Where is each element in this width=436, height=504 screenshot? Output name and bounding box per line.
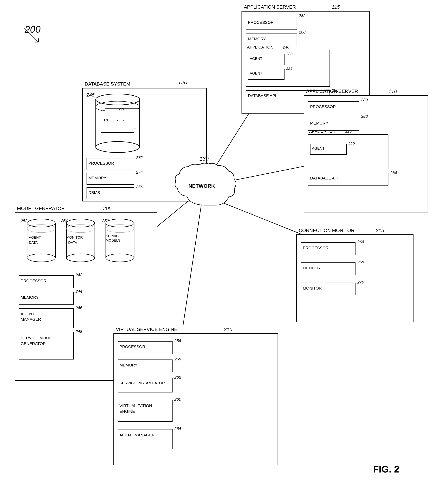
vse210-am-box: AGENT MANAGER	[118, 429, 173, 449]
db120-dbms-box: DBMS	[87, 187, 134, 199]
svg-line-5	[183, 205, 201, 326]
svg-point-12	[96, 141, 140, 153]
app110-memory-box: MEMORY	[308, 118, 359, 131]
connection-monitor-215-box: CONNECTION MONITOR 215 PROCESSOR 266 MEM…	[296, 234, 414, 322]
svg-point-29	[66, 219, 95, 227]
vse210-number: 210	[224, 327, 232, 332]
mg205-memory-box: MEMORY	[19, 292, 74, 305]
mg205-smg-number: 248	[76, 329, 82, 334]
service-models-cylinder: SERVICE MODELS	[105, 217, 138, 264]
app-server-110-box: APPLICATION SERVER 110 PROCESSOR 280 MEM…	[304, 95, 428, 213]
app115-application-label: APPLICATION	[247, 45, 273, 50]
app110-application-number: 235	[345, 129, 352, 134]
vse210-memory-label: MEMORY	[119, 363, 137, 368]
vse210-processor-box: PROCESSOR	[118, 341, 173, 354]
app115-processor-box: PROCESSOR	[246, 17, 297, 30]
cm215-memory-label: MEMORY	[303, 266, 321, 271]
svg-text:MONITOR: MONITOR	[66, 235, 83, 239]
app115-agent230-label: AGENT	[250, 56, 262, 61]
storage-245-number: 245	[87, 92, 94, 98]
svg-text:DATA: DATA	[68, 241, 77, 244]
cm215-memory-number: 268	[357, 260, 364, 264]
app110-processor-label: PROCESSOR	[310, 104, 336, 109]
app110-dbapi-number: 284	[390, 170, 397, 175]
db120-memory-box: MEMORY	[87, 173, 134, 185]
db120-memory-number: 274	[136, 170, 143, 175]
app115-agent225-box: AGENT	[248, 69, 284, 80]
mg205-smg-label: SERVICE MODELGENERATOR	[21, 335, 54, 347]
vse210-ve-number: 260	[174, 397, 181, 402]
database-system-120-number: 120	[178, 79, 187, 85]
app110-dbapi-label: DATABASE API	[310, 176, 338, 181]
app110-processor-number: 280	[361, 98, 368, 102]
app115-processor-label: PROCESSOR	[248, 20, 274, 25]
db120-processor-label: PROCESSOR	[88, 161, 114, 166]
app-server-110-number: 110	[388, 88, 397, 94]
connection-monitor-215-label: CONNECTION MONITOR	[299, 228, 354, 233]
svg-line-6	[24, 28, 38, 42]
agent-data-cylinder: AGENT DATA	[26, 217, 59, 264]
app115-application-outer-box: APPLICATION 240 AGENT 230 AGENT 225	[246, 50, 330, 87]
mg205-agent-manager-label: AGENTMANAGER	[21, 311, 41, 322]
app-server-115-number: 115	[332, 4, 340, 10]
cm215-monitor-box: MONITOR	[301, 283, 355, 295]
app115-memory-number: 288	[299, 30, 306, 35]
app115-memory-box: MEMORY	[246, 34, 297, 46]
svg-point-31	[66, 254, 95, 262]
mg205-smg-box: SERVICE MODELGENERATOR	[19, 332, 74, 360]
app110-memory-label: MEMORY	[310, 121, 328, 126]
cm215-processor-number: 266	[357, 240, 364, 244]
app110-processor-box: PROCESSOR	[308, 101, 359, 114]
database-system-120-label: DATABASE SYSTEM	[85, 81, 130, 87]
db120-memory-label: MEMORY	[88, 176, 107, 180]
svg-point-23	[27, 219, 55, 227]
svg-text:RECORDS: RECORDS	[104, 118, 124, 122]
app-server-110-label: APPLICATION SERVER	[306, 88, 358, 94]
app110-agent220-box: AGENT	[310, 144, 347, 155]
svg-rect-22	[27, 223, 55, 258]
app115-agent230-box: AGENT	[248, 54, 284, 65]
cm215-monitor-label: MONITOR	[303, 286, 322, 291]
svg-rect-18	[101, 114, 134, 132]
svg-point-35	[106, 219, 134, 227]
svg-text:278: 278	[118, 107, 125, 111]
app115-agent225-number: 225	[286, 66, 292, 71]
network-number: 130	[200, 156, 209, 162]
svg-point-25	[27, 254, 55, 262]
svg-point-10	[96, 94, 140, 105]
cm215-processor-label: PROCESSOR	[303, 246, 329, 250]
cm215-monitor-number: 270	[357, 280, 364, 285]
mg205-memory-label: MEMORY	[21, 295, 39, 300]
svg-text:MODELS: MODELS	[106, 238, 120, 242]
vse210-ve-label: VIRTUALIZATIONENGINE	[119, 403, 152, 414]
network-cloud-svg: NETWORK	[172, 161, 238, 213]
mg205-processor-number: 242	[76, 272, 82, 277]
app110-memory-number: 286	[361, 114, 368, 119]
svg-text:SERVICE: SERVICE	[106, 234, 121, 238]
connection-monitor-215-number: 215	[376, 228, 384, 233]
vse210-am-number: 264	[174, 426, 181, 431]
fig-label: FIG. 2	[373, 464, 400, 475]
app115-dbapi-label: DATABASE API	[248, 93, 276, 98]
vse210-si-label: SERVICE INSTANTIATOR	[119, 381, 165, 385]
mg205-memory-number: 244	[76, 289, 82, 294]
svg-text:NETWORK: NETWORK	[189, 183, 215, 189]
vse210-processor-number: 256	[174, 338, 181, 343]
vse210-si-box: SERVICE INSTANTIATOR	[118, 378, 173, 392]
mg205-processor-box: PROCESSOR	[19, 275, 74, 288]
app115-memory-label: MEMORY	[248, 37, 266, 41]
app115-agent225-label: AGENT	[250, 71, 262, 75]
mg205-agent-manager-box: AGENTMANAGER	[19, 308, 74, 328]
app-server-115-label: APPLICATION SERVER	[244, 4, 296, 10]
svg-text:AGENT: AGENT	[29, 235, 41, 239]
app110-agent220-label: AGENT	[312, 146, 325, 150]
app115-processor-number: 282	[299, 13, 306, 18]
vse210-ve-box: VIRTUALIZATIONENGINE	[118, 400, 173, 422]
vse210-am-label: AGENT MANAGER	[119, 432, 155, 438]
app110-agent220-number: 220	[349, 141, 354, 146]
vse210-si-number: 262	[174, 375, 181, 380]
model-generator-205-label: MODEL GENERATOR	[17, 206, 65, 211]
svg-point-37	[106, 254, 134, 262]
db120-processor-box: PROCESSOR	[87, 158, 134, 170]
svg-rect-28	[66, 223, 95, 258]
